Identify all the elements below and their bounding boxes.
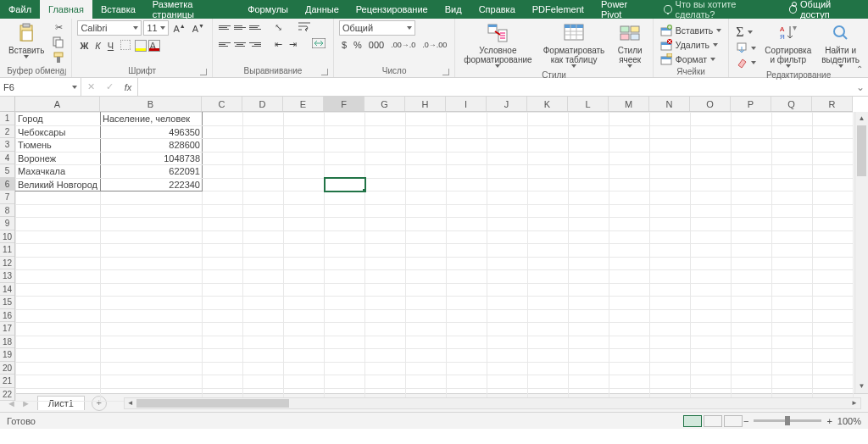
cell-G3[interactable] [365, 139, 406, 153]
horizontal-scroll-thumb[interactable] [136, 399, 289, 408]
cell-K20[interactable] [528, 362, 569, 375]
align-right-button[interactable] [248, 38, 262, 50]
align-bottom-button[interactable] [248, 21, 262, 33]
align-top-button[interactable] [218, 21, 231, 33]
cell-R2[interactable] [813, 125, 854, 139]
cell-Q18[interactable] [772, 336, 813, 349]
cell-J10[interactable] [487, 230, 528, 244]
zoom-level-label[interactable]: 100% [837, 416, 861, 426]
column-header-F[interactable]: F [324, 97, 364, 111]
copy-button[interactable] [51, 36, 66, 49]
cell-H17[interactable] [406, 323, 447, 336]
select-all-corner[interactable] [0, 97, 15, 112]
cell-H20[interactable] [406, 362, 447, 375]
column-header-L[interactable]: L [568, 97, 609, 111]
cell-A17[interactable] [16, 323, 101, 336]
fill-color-button[interactable] [135, 40, 147, 52]
cell-C5[interactable] [203, 165, 243, 179]
cell-G2[interactable] [365, 125, 406, 139]
cell-L1[interactable] [569, 113, 609, 126]
cell-J7[interactable] [487, 191, 528, 205]
cell-C8[interactable] [203, 204, 243, 218]
cell-I4[interactable] [447, 152, 487, 165]
cell-H5[interactable] [406, 165, 447, 179]
cell-A6[interactable]: Великий Новгород [16, 178, 101, 191]
cell-C12[interactable] [203, 257, 243, 270]
cell-Q10[interactable] [772, 230, 813, 244]
row-header-16[interactable]: 16 [0, 309, 14, 323]
cell-C13[interactable] [203, 270, 243, 284]
row-header-20[interactable]: 20 [0, 362, 14, 375]
cell-E3[interactable] [284, 139, 325, 153]
cell-N6[interactable] [650, 178, 691, 191]
cell-A3[interactable]: Тюмень [16, 139, 101, 153]
cell-G7[interactable] [365, 191, 406, 205]
cell-P11[interactable] [732, 244, 772, 258]
tab-home[interactable]: Главная [40, 0, 92, 19]
cell-H2[interactable] [406, 125, 447, 139]
scroll-left-button[interactable]: ◄ [125, 398, 136, 408]
cell-H4[interactable] [406, 152, 447, 165]
cell-E14[interactable] [284, 283, 325, 297]
cell-N4[interactable] [650, 152, 691, 165]
cell-N3[interactable] [650, 139, 691, 153]
cell-H9[interactable] [406, 218, 447, 231]
font-launcher[interactable] [200, 69, 207, 75]
tab-view[interactable]: Вид [437, 0, 470, 19]
font-size-select[interactable]: 11 [143, 20, 169, 36]
cell-M8[interactable] [609, 204, 650, 218]
cell-D3[interactable] [243, 139, 284, 153]
cell-B20[interactable] [101, 362, 203, 375]
column-header-I[interactable]: I [446, 97, 487, 111]
cell-N13[interactable] [650, 270, 691, 284]
cell-F4[interactable] [325, 152, 365, 165]
view-normal-button[interactable] [683, 415, 702, 427]
cell-F21[interactable] [325, 375, 365, 389]
cell-P19[interactable] [732, 349, 772, 363]
cell-O6[interactable] [691, 178, 732, 191]
cell-A1[interactable]: Город [16, 113, 101, 126]
column-header-N[interactable]: N [649, 97, 690, 111]
cell-M1[interactable] [609, 113, 650, 126]
cell-L14[interactable] [569, 283, 609, 297]
cell-D6[interactable] [243, 178, 284, 191]
cell-M4[interactable] [609, 152, 650, 165]
cell-D20[interactable] [243, 362, 284, 375]
cell-F13[interactable] [325, 270, 365, 284]
borders-button[interactable] [118, 39, 133, 53]
cell-L4[interactable] [569, 152, 609, 165]
cell-K21[interactable] [528, 375, 569, 389]
cell-B4[interactable]: 1048738 [101, 152, 203, 165]
cell-O7[interactable] [691, 191, 732, 205]
column-header-R[interactable]: R [812, 97, 853, 111]
column-header-Q[interactable]: Q [771, 97, 812, 111]
cell-J19[interactable] [487, 349, 528, 363]
cell-E19[interactable] [284, 349, 325, 363]
cell-R21[interactable] [813, 375, 854, 389]
zoom-out-button[interactable]: − [743, 416, 748, 426]
cell-I8[interactable] [447, 204, 487, 218]
cell-D9[interactable] [243, 218, 284, 231]
cell-L16[interactable] [569, 309, 609, 323]
cell-O3[interactable] [691, 139, 732, 153]
cell-A11[interactable] [16, 244, 101, 258]
cell-O18[interactable] [691, 336, 732, 349]
cell-E4[interactable] [284, 152, 325, 165]
cell-E1[interactable] [284, 113, 325, 126]
name-box[interactable]: F6 [0, 78, 81, 96]
cell-F2[interactable] [325, 125, 365, 139]
cell-Q12[interactable] [772, 257, 813, 270]
cell-N14[interactable] [650, 283, 691, 297]
cell-O16[interactable] [691, 309, 732, 323]
cell-J13[interactable] [487, 270, 528, 284]
cell-K16[interactable] [528, 309, 569, 323]
column-header-D[interactable]: D [242, 97, 283, 111]
align-middle-button[interactable] [233, 21, 247, 33]
number-format-select[interactable]: Общий [339, 20, 415, 36]
find-select-button[interactable]: Найти и выделить [818, 20, 863, 69]
cell-R20[interactable] [813, 362, 854, 375]
cell-A9[interactable] [16, 218, 101, 231]
cell-styles-button[interactable]: Стили ячеек [613, 20, 648, 69]
cell-M12[interactable] [609, 257, 650, 270]
cell-K10[interactable] [528, 230, 569, 244]
